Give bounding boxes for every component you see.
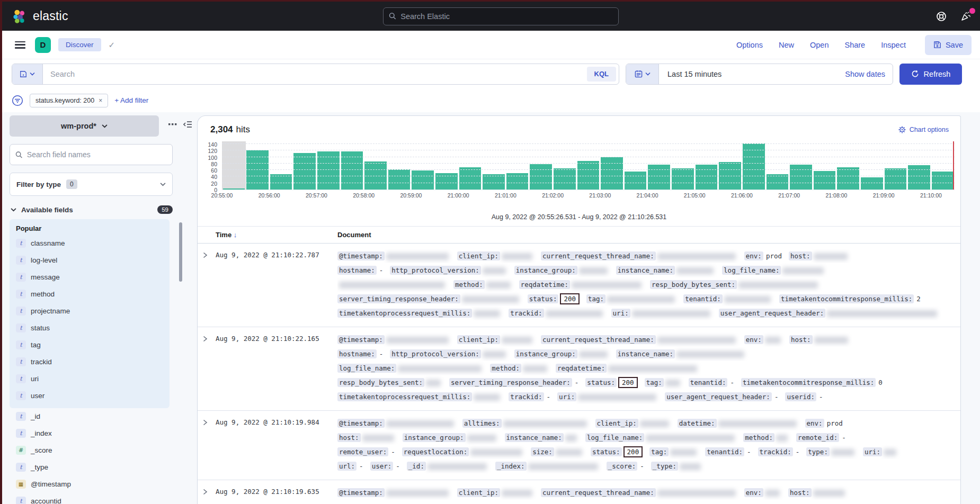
menu-item-new[interactable]: New <box>779 41 794 49</box>
refresh-button[interactable]: Refresh <box>899 64 962 85</box>
field-label-badge[interactable]: status: <box>591 447 622 456</box>
time-range-value[interactable]: Last 15 minutes <box>659 70 730 78</box>
query-language-badge[interactable]: KQL <box>587 67 616 82</box>
field-label-badge[interactable]: alltimes: <box>462 419 502 428</box>
show-dates-button[interactable]: Show dates <box>838 70 893 78</box>
news-party-popper-icon[interactable] <box>960 11 972 22</box>
field-label-badge[interactable]: uri: <box>557 392 576 401</box>
field-label-badge[interactable]: datetime: <box>678 419 717 428</box>
field-label-badge[interactable]: log_file_name: <box>585 433 644 442</box>
elastic-logo[interactable]: elastic <box>12 8 68 24</box>
field-label-badge[interactable]: log_file_name: <box>337 364 396 373</box>
field-label-badge[interactable]: trackid: <box>509 392 544 401</box>
field-label-badge[interactable]: trackid: <box>758 447 793 456</box>
field-label-badge[interactable]: client_ip: <box>457 335 500 344</box>
menu-item-inspect[interactable]: Inspect <box>881 41 906 49</box>
field-label-badge[interactable]: trackid: <box>509 309 544 318</box>
field-item[interactable]: t_type <box>16 458 170 475</box>
field-label-badge[interactable]: requestlocation: <box>402 447 469 456</box>
field-label-badge[interactable]: instance_name: <box>616 266 675 275</box>
field-label-badge[interactable]: type: <box>806 447 830 456</box>
field-label-badge[interactable]: resp_body_bytes_sent: <box>650 280 737 289</box>
field-label-badge[interactable]: method: <box>490 364 521 373</box>
field-label-badge[interactable]: client_ip: <box>595 419 638 428</box>
field-label-badge[interactable]: timetakentocommitresponse_millis: <box>779 294 914 303</box>
field-item[interactable]: tuser <box>16 387 163 404</box>
menu-item-share[interactable]: Share <box>844 41 865 49</box>
query-input[interactable] <box>43 64 584 84</box>
field-label-badge[interactable]: remote_user: <box>337 447 388 456</box>
field-label-badge[interactable]: env: <box>805 419 824 428</box>
field-label-badge[interactable]: tag: <box>586 294 605 303</box>
field-label-badge[interactable]: current_request_thread_name: <box>541 335 656 344</box>
field-label-badge[interactable]: reqdatetime: <box>556 364 607 373</box>
global-search[interactable] <box>383 7 619 25</box>
menu-icon[interactable] <box>15 41 25 49</box>
field-label-badge[interactable]: hostname: <box>337 349 377 358</box>
field-label-badge[interactable]: log_file_name: <box>722 266 781 275</box>
field-label-badge[interactable]: host: <box>337 433 361 442</box>
field-label-badge[interactable]: hostname: <box>337 266 377 275</box>
collapse-sidebar-icon[interactable] <box>183 121 192 128</box>
field-label-badge[interactable]: timetakentoprocessrequest_millis: <box>337 392 472 401</box>
field-label-badge[interactable]: _score: <box>607 462 638 471</box>
field-label-badge[interactable]: status: <box>585 378 617 387</box>
expand-row-icon[interactable] <box>202 249 216 320</box>
field-item[interactable]: tmessage <box>16 268 163 285</box>
field-item[interactable]: t_id <box>16 408 170 425</box>
field-item[interactable]: tclassname <box>16 235 163 251</box>
field-item[interactable]: taccountid <box>16 492 170 504</box>
field-label-badge[interactable]: host: <box>788 488 812 497</box>
field-label-badge[interactable]: _type: <box>651 462 678 471</box>
field-label-badge[interactable]: host: <box>789 251 812 260</box>
field-label-badge[interactable]: size: <box>531 447 554 456</box>
field-label-badge[interactable]: status: <box>528 294 559 303</box>
field-label-badge[interactable]: instance_group: <box>514 266 577 275</box>
field-label-badge[interactable]: http_protocol_version: <box>390 266 481 275</box>
field-label-badge[interactable]: client_ip: <box>457 251 500 260</box>
field-label-badge[interactable]: @timestamp: <box>337 488 385 497</box>
field-item[interactable]: ▦@timestamp <box>16 475 170 492</box>
field-label-badge[interactable]: env: <box>744 488 763 497</box>
field-label-badge[interactable]: method: <box>743 433 774 442</box>
field-label-badge[interactable]: _id: <box>407 462 426 471</box>
menu-item-open[interactable]: Open <box>810 41 828 49</box>
field-label-badge[interactable]: tag: <box>649 447 669 456</box>
field-label-badge[interactable]: host: <box>789 335 813 344</box>
field-item[interactable]: ttrackid <box>16 353 163 370</box>
field-label-badge[interactable]: _index: <box>495 462 527 471</box>
field-item[interactable]: tmethod <box>16 285 163 302</box>
field-label-badge[interactable]: instance_group: <box>514 349 577 358</box>
field-label-badge[interactable]: env: <box>744 335 763 344</box>
field-label-badge[interactable]: instance_name: <box>505 433 564 442</box>
field-label-badge[interactable]: current_request_thread_name: <box>541 488 656 497</box>
field-label-badge[interactable]: user_agent_request_header: <box>665 392 772 401</box>
field-item[interactable]: #_score <box>16 442 170 458</box>
field-label-badge[interactable]: instance_group: <box>403 433 466 442</box>
field-label-badge[interactable]: uri: <box>611 309 630 318</box>
menu-item-options[interactable]: Options <box>736 41 763 49</box>
histogram-chart[interactable]: 020406080100120140 20:55:0020:56:0020:57… <box>205 141 956 209</box>
filter-by-type[interactable]: Filter by type 0 <box>10 173 173 196</box>
field-item[interactable]: tlog-level <box>16 251 163 268</box>
add-filter-button[interactable]: + Add filter <box>114 96 148 104</box>
sidebar-scrollbar[interactable] <box>179 222 182 282</box>
index-pattern-selector[interactable]: wm-prod* <box>10 115 159 137</box>
field-label-badge[interactable]: uri: <box>863 447 882 456</box>
field-label-badge[interactable]: @timestamp: <box>337 419 385 428</box>
field-label-badge[interactable]: server_timing_response_header: <box>337 294 460 303</box>
expand-row-icon[interactable] <box>202 332 216 404</box>
field-label-badge[interactable]: resp_body_bytes_sent: <box>337 378 424 387</box>
global-search-input[interactable] <box>400 12 613 21</box>
field-label-badge[interactable]: remote_id: <box>796 433 839 442</box>
field-label-badge[interactable]: method: <box>453 280 485 289</box>
field-label-badge[interactable]: timetakentocommitresponse_millis: <box>741 378 876 387</box>
field-label-badge[interactable]: client_ip: <box>457 488 500 497</box>
field-label-badge[interactable]: @timestamp: <box>337 335 385 344</box>
field-label-badge[interactable]: reqdatetime: <box>519 280 570 289</box>
saved-query-menu-button[interactable] <box>12 64 43 84</box>
remove-filter-icon[interactable]: × <box>99 97 102 104</box>
field-item[interactable]: tstatus <box>16 319 163 336</box>
field-label-badge[interactable]: userid: <box>785 392 816 401</box>
field-label-badge[interactable]: tag: <box>645 378 664 387</box>
